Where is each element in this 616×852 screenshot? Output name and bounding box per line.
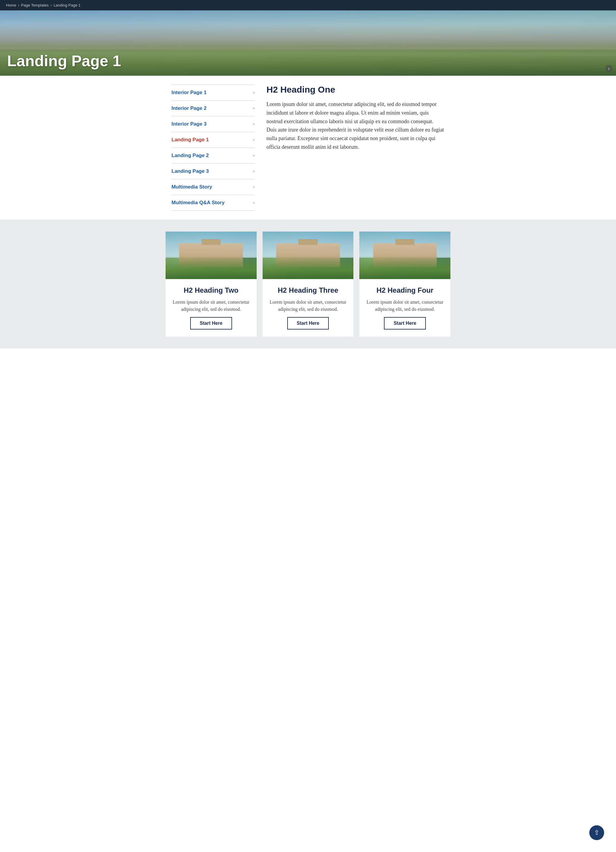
chevron-right-icon-0: › [253, 90, 255, 95]
card-image-1 [263, 231, 354, 279]
card-button-2[interactable]: Start Here [384, 317, 426, 329]
card-ground-2 [359, 255, 450, 279]
card-text-1: Lorem ipsum dolor sit amet, consectetur … [268, 299, 348, 313]
chevron-right-icon-7: › [253, 200, 255, 205]
card-text-2: Lorem ipsum dolor sit amet, consectetur … [365, 299, 444, 313]
sidebar-nav: Interior Page 1 › Interior Page 2 › Inte… [172, 85, 261, 211]
sidebar-item-label-7: Multimedia Q&A Story [172, 200, 224, 206]
article-heading: H2 Heading One [267, 85, 444, 95]
hero-info-button[interactable]: i [605, 65, 613, 72]
breadcrumb-sep-1: › [18, 3, 19, 8]
sidebar-item-4[interactable]: Landing Page 2 › [172, 148, 255, 163]
card-body-2: H2 Heading Four Lorem ipsum dolor sit am… [359, 279, 450, 337]
chevron-right-icon-6: › [253, 185, 255, 189]
card-0: H2 Heading Two Lorem ipsum dolor sit ame… [166, 231, 257, 337]
main-content: Interior Page 1 › Interior Page 2 › Inte… [166, 76, 450, 220]
card-body-0: H2 Heading Two Lorem ipsum dolor sit ame… [166, 279, 257, 337]
sidebar-item-5[interactable]: Landing Page 3 › [172, 163, 255, 179]
sidebar-item-label-4: Landing Page 2 [172, 153, 209, 159]
sidebar-item-6[interactable]: Multimedia Story › [172, 179, 255, 195]
article-body: Lorem ipsum dolor sit amet, consectetur … [267, 100, 444, 151]
sidebar-item-3[interactable]: Landing Page 1 › [172, 132, 255, 148]
sidebar-item-label-6: Multimedia Story [172, 184, 212, 190]
breadcrumb: Home › Page Templates › Landing Page 1 [0, 0, 616, 11]
sidebar-item-label-5: Landing Page 3 [172, 168, 209, 174]
card-heading-2: H2 Heading Four [377, 286, 434, 295]
breadcrumb-home[interactable]: Home [6, 3, 16, 8]
card-text-0: Lorem ipsum dolor sit amet, consectetur … [172, 299, 251, 313]
card-ground-0 [166, 255, 257, 279]
sidebar-item-7[interactable]: Multimedia Q&A Story › [172, 195, 255, 211]
card-button-1[interactable]: Start Here [287, 317, 329, 329]
sidebar-item-label-0: Interior Page 1 [172, 90, 206, 95]
card-image-2 [359, 231, 450, 279]
chevron-right-icon-1: › [253, 106, 255, 111]
chevron-right-icon-2: › [253, 122, 255, 127]
chevron-right-icon-3: › [253, 137, 255, 142]
sidebar-item-label-3: Landing Page 1 [172, 137, 209, 143]
card-heading-1: H2 Heading Three [278, 286, 338, 295]
card-heading-0: H2 Heading Two [184, 286, 239, 295]
breadcrumb-sep-2: › [50, 3, 52, 8]
sidebar-item-label-2: Interior Page 3 [172, 121, 206, 127]
sidebar-item-1[interactable]: Interior Page 2 › [172, 101, 255, 116]
hero-section: Landing Page 1 i [0, 11, 616, 76]
cards-section: H2 Heading Two Lorem ipsum dolor sit ame… [0, 220, 616, 349]
sidebar-item-0[interactable]: Interior Page 1 › [172, 85, 255, 101]
cards-container: H2 Heading Two Lorem ipsum dolor sit ame… [166, 231, 450, 337]
breadcrumb-parent[interactable]: Page Templates [21, 3, 49, 8]
article-content: H2 Heading One Lorem ipsum dolor sit ame… [261, 85, 444, 211]
card-ground-1 [263, 255, 354, 279]
chevron-right-icon-5: › [253, 169, 255, 174]
card-1: H2 Heading Three Lorem ipsum dolor sit a… [263, 231, 354, 337]
chevron-right-icon-4: › [253, 153, 255, 158]
hero-title: Landing Page 1 [0, 46, 128, 76]
sidebar-item-label-1: Interior Page 2 [172, 106, 206, 111]
card-button-0[interactable]: Start Here [190, 317, 232, 329]
card-2: H2 Heading Four Lorem ipsum dolor sit am… [359, 231, 450, 337]
sidebar-item-2[interactable]: Interior Page 3 › [172, 116, 255, 132]
card-body-1: H2 Heading Three Lorem ipsum dolor sit a… [263, 279, 354, 337]
card-image-0 [166, 231, 257, 279]
breadcrumb-current: Landing Page 1 [53, 3, 80, 8]
